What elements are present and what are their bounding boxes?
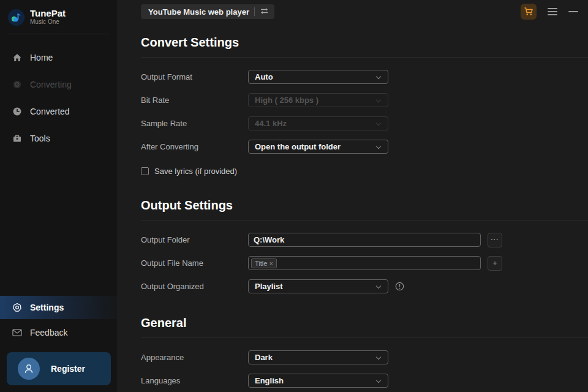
music-source-label: YouTube Music web player: [148, 7, 249, 17]
save-lyrics-checkbox[interactable]: [141, 167, 149, 175]
save-lyrics-label: Save lyrics (if provided): [154, 167, 237, 176]
tunepat-logo-icon: [8, 9, 24, 26]
section-divider: [141, 57, 588, 58]
sidebar-nav: Home Converting: [0, 44, 118, 152]
output-folder-row: Output Folder Q:\Work ···: [141, 233, 588, 247]
chevron-down-icon: [376, 144, 381, 149]
converting-icon: [12, 80, 22, 89]
music-source-selector[interactable]: YouTube Music web player: [141, 4, 274, 19]
sidebar: TunePat Music One Home: [0, 0, 118, 392]
sidebar-item-feedback[interactable]: Feedback: [0, 319, 118, 346]
languages-label: Languages: [141, 376, 248, 385]
bit-rate-label: Bit Rate: [141, 96, 248, 105]
settings-content: Convert Settings Output Format Auto Bit …: [118, 36, 588, 388]
sample-rate-row: Sample Rate 44.1 kHz: [141, 116, 588, 130]
sidebar-item-converting[interactable]: Converting: [0, 71, 118, 98]
main-panel: YouTube Music web player: [118, 0, 588, 392]
chevron-down-icon: [376, 97, 381, 102]
output-format-select[interactable]: Auto: [248, 70, 388, 84]
sample-rate-select: 44.1 kHz: [248, 116, 388, 130]
sidebar-bottom: Settings Feedback Regist: [0, 296, 118, 392]
cart-button[interactable]: [521, 4, 537, 20]
section-divider: [141, 337, 588, 338]
output-format-label: Output Format: [141, 72, 248, 81]
app-edition: Music One: [30, 18, 66, 26]
output-file-name-row: Output File Name Title × +: [141, 256, 588, 270]
settings-gear-icon: [12, 303, 22, 312]
section-title-general: General: [141, 316, 588, 330]
appearance-row: Appearance Dark: [141, 350, 588, 364]
output-organized-label: Output Organized: [141, 282, 248, 291]
after-converting-select[interactable]: Open the output folder: [248, 140, 388, 154]
section-divider: [141, 220, 588, 221]
pill-divider: [254, 7, 255, 16]
cart-icon: [524, 7, 533, 17]
register-label: Register: [51, 364, 85, 374]
chevron-down-icon: [376, 355, 381, 360]
sidebar-item-converted[interactable]: Converted: [0, 98, 118, 125]
sidebar-item-label: Home: [30, 53, 53, 62]
section-title-convert: Convert Settings: [141, 36, 588, 50]
after-converting-row: After Converting Open the output folder: [141, 140, 588, 154]
chevron-down-icon: [376, 74, 381, 79]
converted-clock-icon: [12, 107, 22, 116]
sidebar-item-label: Converting: [30, 80, 72, 89]
info-icon[interactable]: [395, 282, 404, 291]
chevron-down-icon: [376, 284, 381, 288]
topbar-actions: [521, 4, 578, 20]
filename-tag-title[interactable]: Title ×: [251, 258, 277, 268]
app-name: TunePat: [30, 9, 66, 18]
sidebar-item-label: Feedback: [30, 328, 67, 337]
bit-rate-row: Bit Rate High ( 256 kbps ): [141, 93, 588, 107]
tools-icon: [12, 134, 22, 143]
save-lyrics-row: Save lyrics (if provided): [141, 166, 588, 176]
output-file-name-input[interactable]: Title ×: [248, 256, 481, 270]
remove-tag-icon[interactable]: ×: [269, 260, 273, 267]
home-icon: [12, 53, 22, 62]
app-window: TunePat Music One Home: [0, 0, 588, 392]
sidebar-item-tools[interactable]: Tools: [0, 125, 118, 152]
section-title-output: Output Settings: [141, 198, 588, 213]
hamburger-menu-button[interactable]: [548, 6, 557, 18]
sample-rate-label: Sample Rate: [141, 119, 248, 128]
appearance-select[interactable]: Dark: [248, 350, 388, 364]
browse-folder-button[interactable]: ···: [488, 233, 502, 247]
chevron-down-icon: [376, 378, 381, 383]
sidebar-item-label: Converted: [30, 107, 70, 116]
languages-row: Languages English: [141, 374, 588, 388]
minimize-button[interactable]: [568, 7, 578, 17]
switch-source-icon[interactable]: [260, 6, 269, 17]
output-folder-label: Output Folder: [141, 235, 248, 244]
bit-rate-select: High ( 256 kbps ): [248, 93, 388, 107]
sidebar-item-label: Tools: [30, 134, 50, 143]
output-folder-input[interactable]: Q:\Work: [248, 233, 481, 247]
sidebar-divider: [7, 34, 110, 34]
output-file-name-label: Output File Name: [141, 258, 248, 268]
sidebar-item-settings[interactable]: Settings: [0, 296, 118, 319]
topbar: YouTube Music web player: [118, 0, 588, 21]
sidebar-item-home[interactable]: Home: [0, 44, 118, 71]
avatar-person-icon: [18, 358, 40, 380]
appearance-label: Appearance: [141, 353, 248, 362]
languages-select[interactable]: English: [248, 374, 388, 388]
app-logo: TunePat Music One: [0, 0, 118, 26]
chevron-down-icon: [376, 121, 381, 126]
output-organized-row: Output Organized Playlist: [141, 279, 588, 293]
sidebar-item-label: Settings: [30, 303, 64, 312]
register-button[interactable]: Register: [7, 352, 111, 385]
feedback-envelope-icon: [12, 328, 22, 337]
after-converting-label: After Converting: [141, 142, 248, 151]
output-format-row: Output Format Auto: [141, 70, 588, 84]
add-tag-button[interactable]: +: [488, 256, 502, 271]
output-organized-select[interactable]: Playlist: [248, 279, 388, 293]
